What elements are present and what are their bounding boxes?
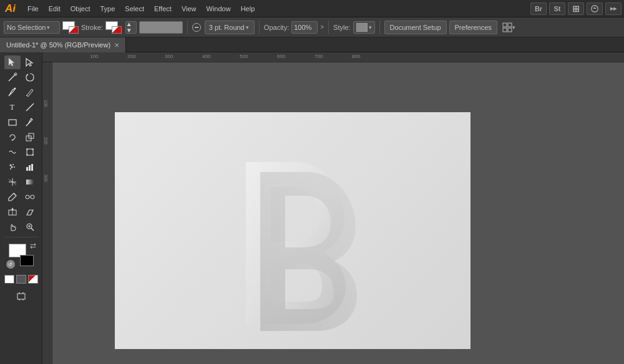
eyedropper-tool[interactable]: [4, 190, 21, 204]
stroke-color-box[interactable]: [139, 21, 183, 34]
menu-bar: Ai File Edit Object Type Select Effect V…: [0, 0, 624, 17]
rectangle-tool[interactable]: [4, 115, 21, 129]
svg-rect-45: [17, 294, 25, 299]
tool-row-7: [0, 145, 42, 160]
b-logo: [221, 150, 358, 324]
stroke-swatch[interactable]: [105, 21, 122, 34]
document-tab[interactable]: Untitled-1* @ 50% (RGB/Preview) ✕: [0, 37, 126, 52]
opacity-arrow[interactable]: >: [320, 24, 324, 31]
svg-rect-20: [32, 148, 34, 150]
vertical-ruler: 100 200 300: [42, 62, 52, 364]
symbol-spray-tool[interactable]: [4, 160, 21, 174]
svg-marker-5: [9, 58, 14, 66]
hand-tool[interactable]: [4, 220, 21, 234]
rotate-tool[interactable]: [4, 130, 21, 144]
selection-tool[interactable]: [4, 55, 21, 69]
menu-window[interactable]: Window: [202, 4, 235, 14]
svg-rect-14: [9, 120, 16, 125]
stroke-label: Stroke:: [81, 24, 103, 31]
color-swatch-3[interactable]: [28, 275, 38, 284]
tab-close-button[interactable]: ✕: [114, 42, 119, 49]
opacity-label: Opacity:: [264, 24, 289, 31]
expand-icon[interactable]: ▸▸: [605, 2, 622, 15]
color-swatch-2[interactable]: [16, 275, 26, 284]
mesh-tool[interactable]: [4, 175, 21, 189]
svg-line-13: [26, 103, 34, 111]
bridge-icon[interactable]: Br: [530, 2, 547, 15]
canvas-area[interactable]: 100 200 300 400 500 600 700 800 100 200 …: [42, 52, 624, 364]
opacity-input[interactable]: 100%: [291, 21, 318, 34]
svg-line-12: [26, 95, 27, 96]
none-swatch[interactable]: [4, 275, 14, 284]
document-tabs: Untitled-1* @ 50% (RGB/Preview) ✕: [0, 37, 624, 52]
svg-rect-29: [29, 165, 31, 171]
magic-wand-tool[interactable]: [4, 70, 21, 84]
sync-icon[interactable]: [587, 2, 603, 15]
svg-marker-15: [11, 140, 14, 141]
svg-rect-30: [31, 164, 33, 171]
stock-icon[interactable]: St: [549, 2, 565, 15]
tool-row-3: [0, 85, 42, 100]
svg-line-42: [31, 228, 34, 231]
type-tool[interactable]: T: [4, 100, 21, 114]
svg-point-26: [14, 166, 15, 168]
style-dropdown[interactable]: ▾: [353, 21, 375, 34]
document-setup-button[interactable]: Document Setup: [384, 21, 447, 34]
menu-type[interactable]: Type: [96, 4, 120, 14]
divider-3: [328, 21, 329, 34]
selection-dropdown[interactable]: No Selection ▾: [4, 21, 60, 34]
menu-help[interactable]: Help: [236, 4, 260, 14]
svg-rect-2: [508, 23, 512, 27]
pencil-tool[interactable]: [22, 85, 38, 99]
canvas-content[interactable]: [52, 62, 624, 364]
tool-row-12: [0, 219, 42, 234]
background-color[interactable]: [20, 255, 34, 266]
color-fg-bg: ⇄ ↺: [9, 244, 34, 266]
svg-line-7: [9, 76, 14, 81]
stroke-arrow-up[interactable]: ▲▼: [125, 21, 137, 34]
menu-effect[interactable]: Effect: [150, 4, 176, 14]
free-transform-tool[interactable]: [22, 145, 38, 159]
warp-tool[interactable]: [4, 145, 21, 159]
line-tool[interactable]: [22, 100, 38, 114]
lasso-tool[interactable]: [22, 70, 38, 84]
preferences-button[interactable]: Preferences: [449, 21, 497, 34]
reset-colors-icon[interactable]: ↺: [6, 260, 15, 269]
arrange-icon[interactable]: ⊞: [568, 2, 584, 15]
menu-file[interactable]: File: [23, 4, 43, 14]
menu-object[interactable]: Object: [66, 4, 95, 14]
menu-select[interactable]: Select: [120, 4, 149, 14]
tool-row-4: T: [0, 100, 42, 115]
paintbrush-tool[interactable]: [22, 115, 38, 129]
svg-rect-28: [26, 167, 28, 171]
tool-row-9: [0, 175, 42, 189]
artboard-tool[interactable]: [13, 289, 29, 303]
column-graph-tool[interactable]: [22, 160, 38, 174]
gradient-tool[interactable]: [22, 175, 38, 189]
tool-row-6: [0, 130, 42, 145]
left-toolbar: T: [0, 52, 42, 364]
tool-row-11: [0, 204, 42, 219]
direct-selection-tool[interactable]: [22, 55, 38, 69]
tool-row-artboard: [0, 289, 42, 304]
live-paint-tool[interactable]: [4, 205, 21, 219]
eraser-tool[interactable]: [22, 205, 38, 219]
fill-swatch[interactable]: [62, 21, 79, 34]
stroke-pt-dropdown[interactable]: 3 pt. Round ▾: [205, 21, 255, 34]
arrange-panel-icon[interactable]: ▾: [501, 21, 517, 34]
menu-edit[interactable]: Edit: [44, 4, 65, 14]
pen-tool[interactable]: [4, 85, 21, 99]
svg-point-36: [26, 195, 29, 199]
main-area: T: [0, 52, 624, 364]
options-toolbar: No Selection ▾ Stroke: ▲▼ 3 pt. Round ▾ …: [0, 17, 624, 37]
zoom-tool[interactable]: [22, 220, 38, 234]
tab-title: Untitled-1* @ 50% (RGB/Preview): [6, 41, 110, 49]
svg-point-24: [12, 164, 14, 165]
svg-rect-19: [26, 148, 28, 150]
tool-row-10: [0, 189, 42, 204]
swap-colors-icon[interactable]: ⇄: [30, 241, 36, 250]
menu-view[interactable]: View: [177, 4, 201, 14]
blend-tool[interactable]: [22, 190, 38, 204]
horizontal-ruler: 100 200 300 400 500 600 700 800: [42, 52, 624, 62]
scale-tool[interactable]: [22, 130, 38, 144]
